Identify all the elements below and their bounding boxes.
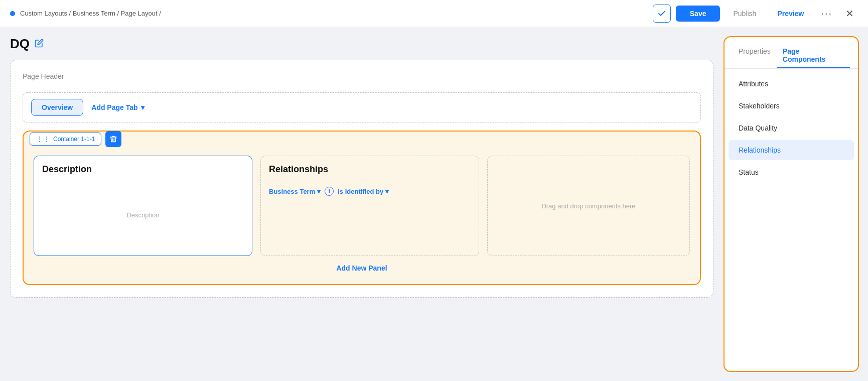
description-panel-content: Description — [126, 211, 159, 219]
relation-dropdown[interactable]: is Identified by ▾ — [338, 188, 389, 195]
save-button[interactable]: Save — [676, 6, 720, 22]
relationships-panel: Relationships Business Term ▾ i is Ident… — [260, 156, 479, 256]
right-panel-item[interactable]: Status — [729, 162, 854, 182]
chevron-down-icon: ▾ — [141, 103, 144, 111]
info-icon[interactable]: i — [325, 187, 334, 196]
tabs-row: Overview Add Page Tab ▾ — [23, 92, 701, 122]
relationships-panel-title: Relationships — [269, 164, 471, 175]
delete-container-button[interactable] — [105, 131, 121, 147]
breadcrumb: Custom Layouts / Business Term / Page La… — [10, 10, 161, 17]
description-panel: Description Description — [34, 156, 252, 256]
business-term-dropdown[interactable]: Business Term ▾ — [269, 188, 321, 195]
tab-page-components[interactable]: Page Components — [777, 43, 850, 68]
container-label: ⋮⋮ Container 1-1-1 — [30, 133, 101, 146]
top-bar-actions: Save Publish Preview ··· ✕ — [653, 5, 858, 23]
panels-row: Description Description Relationships Bu… — [34, 156, 690, 256]
rel-controls: Business Term ▾ i is Identified by ▾ — [269, 187, 471, 196]
overview-tab[interactable]: Overview — [31, 99, 83, 116]
main-content: DQ Page Header Overview Add Page Tab ▾ — [0, 27, 868, 381]
dq-header: DQ — [10, 36, 713, 52]
page-header-label: Page Header — [23, 72, 701, 80]
container-label-row: ⋮⋮ Container 1-1-1 — [30, 131, 121, 147]
more-options-button[interactable]: ··· — [817, 6, 836, 21]
right-panel-item[interactable]: Attributes — [729, 74, 854, 94]
drag-handle-icon: ⋮⋮ — [36, 135, 50, 143]
publish-button[interactable]: Publish — [725, 6, 764, 22]
close-button[interactable]: ✕ — [841, 6, 858, 22]
status-dot — [10, 11, 15, 16]
chevron-down-icon: ▾ — [317, 188, 321, 195]
right-panel: Properties Page Components AttributesSta… — [724, 36, 859, 372]
left-area: DQ Page Header Overview Add Page Tab ▾ — [0, 27, 724, 381]
dq-title: DQ — [10, 36, 30, 52]
right-panel-item[interactable]: Relationships — [729, 140, 854, 160]
page-layout-area: Page Header Overview Add Page Tab ▾ ⋮⋮ C… — [10, 60, 713, 298]
add-page-tab-button[interactable]: Add Page Tab ▾ — [91, 103, 144, 111]
add-new-panel-button[interactable]: Add New Panel — [34, 262, 690, 274]
check-icon-button[interactable] — [653, 5, 671, 23]
container-area: ⋮⋮ Container 1-1-1 Description Descripti… — [23, 131, 701, 285]
description-panel-title: Description — [42, 164, 244, 175]
right-panel-item[interactable]: Stakeholders — [729, 96, 854, 116]
chevron-down-icon: ▾ — [385, 188, 389, 195]
empty-drop-panel: Drag and drop components here — [487, 156, 690, 256]
edit-icon[interactable] — [35, 39, 44, 50]
right-panel-tabs: Properties Page Components — [725, 37, 858, 69]
tab-properties[interactable]: Properties — [733, 43, 777, 68]
right-panel-items: AttributesStakeholdersData QualityRelati… — [725, 69, 858, 187]
top-bar: Custom Layouts / Business Term / Page La… — [0, 0, 868, 27]
preview-button[interactable]: Preview — [769, 6, 812, 22]
right-panel-item[interactable]: Data Quality — [729, 118, 854, 138]
